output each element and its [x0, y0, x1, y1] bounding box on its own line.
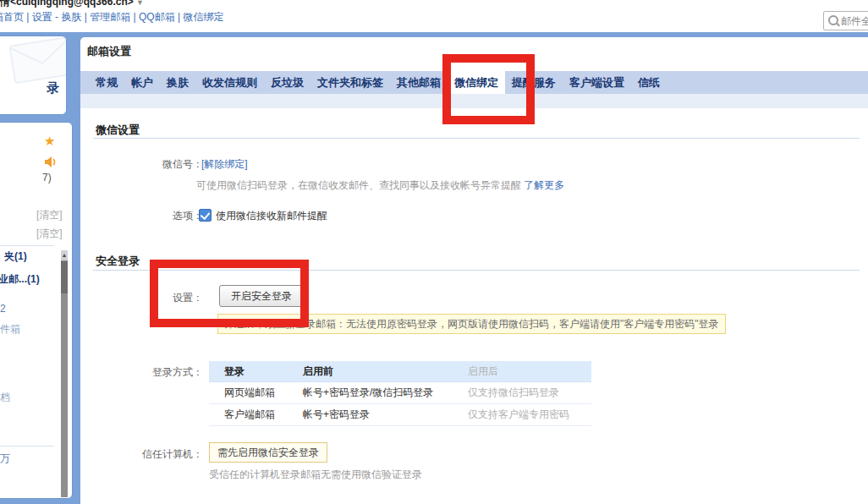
wechat-id-label: 微信号：	[118, 157, 203, 172]
secure-login-warning: 开启后，须重新登录邮箱：无法使用原密码登录，网页版请使用微信扫码，客户端请使用"…	[217, 314, 726, 334]
table-row: 网页端邮箱 帐号+密码登录/微信扫码登录 仅支持微信扫码登录	[209, 382, 591, 404]
table-header-before: 启用前	[288, 361, 453, 381]
learn-more-link[interactable]: 了解更多	[524, 179, 564, 191]
wechat-notify-label: 使用微信接收新邮件提醒	[216, 209, 327, 223]
scroll-up-icon[interactable]: ▲	[61, 250, 68, 260]
top-bar: 情<cuiqingqing@qq366.cn> ▼ 箱首页 | 设置 - 换肤 …	[0, 0, 868, 32]
login-methods-label: 登录方式：	[118, 365, 203, 380]
table-cell: 客户端邮箱	[209, 404, 288, 425]
table-header-login: 登录	[209, 361, 288, 381]
search-box[interactable]: 邮件全	[823, 11, 868, 30]
trusted-computers-description: 受信任的计算机登录邮箱无需使用微信验证登录	[209, 468, 422, 482]
wechat-description-text: 可使用微信扫码登录，在微信收发邮件、查找同事以及接收帐号异常提醒	[196, 179, 524, 191]
table-cell: 帐号+密码登录	[288, 404, 453, 425]
secure-login-header: 安全登录	[96, 254, 140, 269]
search-icon	[828, 15, 838, 25]
set-label: 设置：	[118, 291, 203, 305]
enable-secure-login-button[interactable]: 开启安全登录	[219, 285, 304, 307]
unbind-link[interactable]: [解除绑定]	[201, 157, 248, 172]
table-cell: 仅支持微信扫码登录	[453, 382, 591, 403]
dropdown-arrow-icon: ▼	[136, 0, 144, 7]
trusted-computers-badge: 需先启用微信安全登录	[209, 442, 327, 463]
table-header-after: 启用后	[453, 361, 591, 381]
wechat-notify-checkbox[interactable]	[199, 209, 212, 222]
wechat-settings-header: 微信设置	[96, 123, 140, 138]
table-header-row: 登录 启用前 启用后	[209, 361, 591, 382]
login-methods-table: 登录 启用前 启用后 网页端邮箱 帐号+密码登录/微信扫码登录 仅支持微信扫码登…	[209, 361, 591, 426]
trusted-computers-label: 信任计算机：	[118, 447, 203, 462]
search-placeholder: 邮件全	[841, 14, 868, 29]
account-email-text: 情<cuiqingqing@qq366.cn>	[0, 0, 134, 8]
wechat-description: 可使用微信扫码登录，在微信收发邮件、查找同事以及接收帐号异常提醒 了解更多	[196, 178, 564, 193]
account-email[interactable]: 情<cuiqingqing@qq366.cn> ▼	[0, 0, 144, 9]
page: 邮箱设置 常规 帐户 换肤 收发信规则 反垃圾 文件夹和标签 其他邮箱 微信绑定…	[0, 0, 868, 504]
sidebar-scrollbar[interactable]: ▲	[61, 250, 68, 497]
table-cell: 仅支持客户端专用密码	[453, 404, 591, 425]
table-cell: 帐号+密码登录/微信扫码登录	[288, 382, 453, 403]
section-divider	[93, 270, 860, 271]
top-nav-links[interactable]: 箱首页 | 设置 - 换肤 | 管理邮箱 | QQ邮箱 | 微信绑定	[0, 10, 223, 25]
scrollbar-thumb[interactable]	[61, 261, 68, 293]
table-cell: 网页端邮箱	[209, 382, 288, 403]
table-row: 客户端邮箱 帐号+密码登录 仅支持客户端专用密码	[209, 404, 591, 426]
section-divider	[93, 138, 860, 139]
options-label: 选项：	[118, 209, 203, 223]
